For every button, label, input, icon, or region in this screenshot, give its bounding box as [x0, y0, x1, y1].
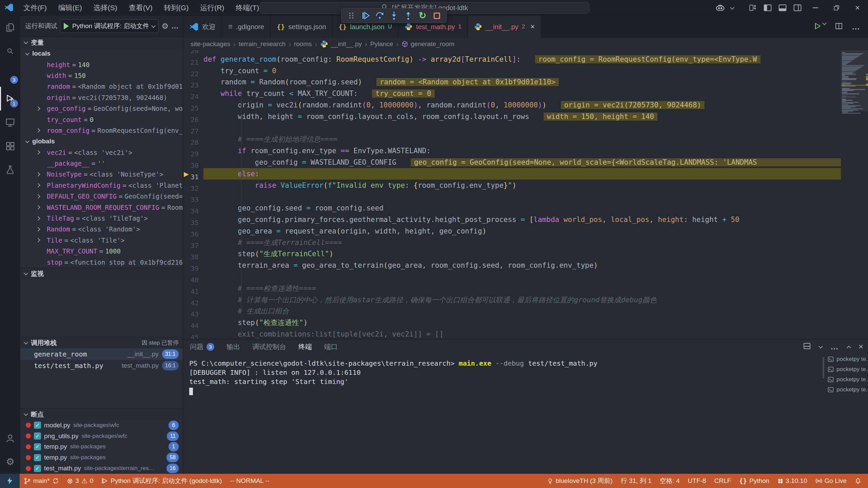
- restore-button[interactable]: [826, 0, 847, 16]
- gear-icon[interactable]: ⚙: [161, 22, 169, 31]
- terminal-instance[interactable]: pocketpy te…: [825, 364, 868, 374]
- tab-__init__.py[interactable]: __init__.py2×: [468, 16, 541, 38]
- status-go-live[interactable]: Go Live: [811, 474, 851, 488]
- breadcrumb-item[interactable]: __init__.py: [320, 40, 362, 48]
- breakpoint-checkbox[interactable]: ✓: [34, 432, 41, 440]
- copilot-chevron-icon[interactable]: [728, 0, 736, 16]
- activity-settings[interactable]: ⚙: [0, 450, 20, 474]
- breakpoint-checkbox[interactable]: ✓: [34, 422, 41, 429]
- variable-row[interactable]: Tile=<class 'Tile'>: [20, 235, 183, 246]
- terminal-instance[interactable]: pocketpy te…: [825, 385, 868, 395]
- toggle-panel-icon[interactable]: [775, 0, 790, 16]
- more-actions-icon[interactable]: …: [171, 22, 179, 30]
- close-panel-icon[interactable]: ×: [859, 342, 863, 351]
- section-callstack-header[interactable]: 调用堆栈 因 step 已暂停: [20, 337, 183, 348]
- status-debug-session[interactable]: Python 调试程序: 启动文件 (godot-ldtk): [97, 474, 226, 488]
- menu-编辑(E)[interactable]: 编辑(E): [53, 0, 88, 16]
- tab-.gdignore[interactable]: ≡.gdignore: [222, 16, 271, 38]
- step-out-button[interactable]: [402, 9, 415, 22]
- breakpoint-row[interactable]: ✓test_math.pysite-packages\terrain_res…1…: [20, 463, 183, 474]
- maximize-panel-icon[interactable]: [847, 344, 850, 350]
- close-button[interactable]: ×: [847, 0, 868, 16]
- activity-testing[interactable]: [0, 158, 20, 182]
- status-problems[interactable]: ⊗3⚠0: [63, 474, 98, 488]
- stack-frame[interactable]: generate_room__init__.py31:1: [20, 348, 183, 360]
- breadcrumb-item[interactable]: Pylance: [370, 40, 393, 48]
- status-encoding[interactable]: UTF-8: [684, 474, 710, 488]
- breakpoint-checkbox[interactable]: ✓: [34, 465, 41, 472]
- variable-row[interactable]: TileTag=<class 'TileTag'>: [20, 213, 183, 224]
- minimap[interactable]: [841, 50, 868, 339]
- variable-row[interactable]: origin=vec2i(7205730, 9024468): [20, 92, 183, 103]
- more-actions-icon[interactable]: …: [830, 342, 839, 351]
- toggle-sidebar-icon[interactable]: [760, 0, 775, 16]
- more-actions-icon[interactable]: …: [852, 22, 861, 32]
- status-vim-mode[interactable]: -- NORMAL --: [226, 474, 274, 488]
- breakpoint-row[interactable]: ✓model.pysite-packages\wfc6: [20, 420, 183, 431]
- activity-search[interactable]: [0, 39, 20, 63]
- restart-button[interactable]: ↻: [416, 9, 429, 22]
- activity-remote-explorer[interactable]: [0, 110, 20, 134]
- breadcrumb-item[interactable]: terrain_research: [239, 40, 285, 48]
- breadcrumb-item[interactable]: rooms: [294, 40, 312, 48]
- chevron-down-icon[interactable]: [819, 344, 822, 350]
- code-area[interactable]: def generate_room(room_config: RoomReque…: [203, 50, 841, 339]
- section-watch-header[interactable]: 监视: [20, 268, 183, 279]
- section-variables-header[interactable]: 变量: [20, 37, 183, 48]
- panel-tab-调试控制台[interactable]: 调试控制台: [252, 342, 286, 351]
- breakpoint-row[interactable]: ✓temp.pysite-packages58: [20, 452, 183, 463]
- step-into-button[interactable]: [388, 9, 400, 22]
- status-indentation[interactable]: 空格: 4: [655, 474, 684, 488]
- run-python-icon[interactable]: [813, 22, 822, 32]
- minimize-button[interactable]: [805, 0, 826, 16]
- menu-文件(F)[interactable]: 文件(F): [18, 0, 53, 16]
- tab-settings.json[interactable]: {}settings.json: [271, 16, 332, 38]
- menu-运行(R)[interactable]: 运行(R): [194, 0, 230, 16]
- menu-查看(V)[interactable]: 查看(V): [123, 0, 158, 16]
- variable-row[interactable]: PlanetaryWindConfig=<class 'Planeta…: [20, 180, 183, 191]
- section-breakpoints-header[interactable]: 断点: [20, 408, 183, 420]
- activity-account[interactable]: [0, 426, 20, 450]
- panel-tab-终端[interactable]: 终端: [298, 342, 312, 351]
- code-editor[interactable]: 2021222324252627282930313233343536373839…: [183, 50, 868, 339]
- breadcrumb-item[interactable]: generate_room: [401, 40, 454, 48]
- breakpoint-checkbox[interactable]: ✓: [34, 454, 41, 461]
- breakpoint-row[interactable]: ✓temp.pysite-packages1: [20, 442, 183, 452]
- remote-indicator[interactable]: [0, 474, 20, 488]
- status-notifications[interactable]: [851, 474, 865, 488]
- status-language-mode[interactable]: {}Python: [735, 474, 773, 488]
- status-python-version[interactable]: 3.10.10: [773, 474, 811, 488]
- stop-button[interactable]: [430, 9, 443, 22]
- terminal-instance[interactable]: pocketpy te…: [825, 374, 868, 385]
- stack-frame[interactable]: test/test_math.pytest_math.py16:1: [20, 360, 183, 371]
- variable-row[interactable]: room_config=RoomRequestConfig(env_t…: [20, 125, 183, 136]
- activity-explorer[interactable]: [0, 16, 20, 39]
- run-python-button[interactable]: [813, 22, 826, 32]
- panel-tab-问题[interactable]: 问题3: [190, 342, 214, 351]
- breakpoint-checkbox[interactable]: ✓: [34, 443, 41, 450]
- variable-row[interactable]: Random=<class 'Random'>: [20, 224, 183, 235]
- variables-scope-globals[interactable]: globals: [20, 136, 183, 147]
- status-git-branch[interactable]: main*: [20, 474, 63, 488]
- customize-layout-icon[interactable]: [745, 0, 760, 16]
- menu-转到(G)[interactable]: 转到(G): [158, 0, 194, 16]
- copilot-icon[interactable]: [713, 0, 728, 16]
- status-gitlens-blame[interactable]: blueloveTH (3 周前): [543, 474, 617, 488]
- activity-run-debug[interactable]: 1: [0, 87, 20, 110]
- variable-row[interactable]: DEFAULT_GEO_CONFIG=GeoConfig(seed=1…: [20, 191, 183, 202]
- variable-row[interactable]: __package__='': [20, 158, 183, 169]
- scrollbar[interactable]: [823, 357, 824, 379]
- terminal-instance[interactable]: pocketpy te…: [825, 354, 868, 364]
- tab-欢迎[interactable]: 欢迎: [183, 16, 222, 38]
- activity-extensions[interactable]: [0, 134, 20, 158]
- variables-scope-locals[interactable]: locals: [20, 48, 183, 59]
- split-editor-icon[interactable]: [835, 22, 843, 32]
- variable-row[interactable]: height=140: [20, 59, 183, 70]
- breadcrumb-item[interactable]: site-packages: [191, 40, 230, 48]
- panel-tab-端口[interactable]: 端口: [324, 342, 338, 351]
- step-over-button[interactable]: [373, 9, 386, 22]
- panel-layout-icon[interactable]: [803, 342, 811, 351]
- status-eol[interactable]: CRLF: [710, 474, 735, 488]
- close-icon[interactable]: ×: [530, 22, 535, 31]
- variable-row[interactable]: width=150: [20, 70, 183, 81]
